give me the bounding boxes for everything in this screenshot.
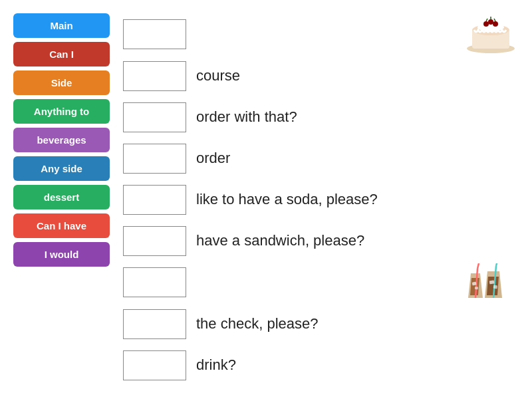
svg-rect-15 <box>493 285 497 289</box>
row-9: drink? <box>123 344 519 386</box>
input-row-8[interactable] <box>123 309 186 339</box>
svg-rect-11 <box>471 281 476 285</box>
svg-line-7 <box>486 19 487 21</box>
row-1 <box>123 13 519 55</box>
input-row-7[interactable] <box>123 267 186 297</box>
btn-can-i-have[interactable]: Can I have <box>13 213 110 238</box>
row-9-text: drink? <box>196 356 519 374</box>
sidebar: Main Can I Side Anything to beverages An… <box>13 13 110 386</box>
row-2: course <box>123 55 519 96</box>
input-row-5[interactable] <box>123 185 186 215</box>
btn-any-side[interactable]: Any side <box>13 156 110 181</box>
svg-point-6 <box>493 21 498 27</box>
btn-i-would[interactable]: I would <box>13 242 110 267</box>
input-row-4[interactable] <box>123 144 186 174</box>
input-row-9[interactable] <box>123 350 186 380</box>
btn-beverages[interactable]: beverages <box>13 128 110 152</box>
btn-anything-to[interactable]: Anything to <box>13 99 110 124</box>
row-6: have a sandwich, please? <box>123 220 519 261</box>
row-6-text: have a sandwich, please? <box>196 232 519 249</box>
row-7 <box>123 261 519 303</box>
svg-point-5 <box>488 19 493 25</box>
input-row-1[interactable] <box>123 19 186 49</box>
svg-point-4 <box>483 21 489 27</box>
svg-rect-14 <box>489 280 494 284</box>
svg-line-9 <box>494 19 495 21</box>
svg-rect-12 <box>474 286 477 289</box>
drinks-image <box>462 264 519 301</box>
input-row-6[interactable] <box>123 226 186 256</box>
svg-line-17 <box>496 263 497 266</box>
content-area: course order with that? order like to ha… <box>123 13 519 386</box>
btn-can-i[interactable]: Can I <box>13 42 110 66</box>
row-2-text: course <box>196 67 519 84</box>
row-5-text: like to have a soda, please? <box>196 191 519 208</box>
btn-dessert[interactable]: dessert <box>13 185 110 209</box>
row-4-text: order <box>196 150 519 167</box>
row-5: like to have a soda, please? <box>123 179 519 220</box>
main-container: Main Can I Side Anything to beverages An… <box>0 0 532 399</box>
btn-side[interactable]: Side <box>13 70 110 95</box>
row-8: the check, please? <box>123 303 519 344</box>
row-3-text: order with that? <box>196 108 519 126</box>
input-row-3[interactable] <box>123 102 186 132</box>
input-row-2[interactable] <box>123 61 186 91</box>
svg-line-16 <box>477 263 479 269</box>
row-3: order with that? <box>123 96 519 138</box>
cake-image <box>462 16 519 53</box>
row-8-text: the check, please? <box>196 315 519 332</box>
row-4: order <box>123 138 519 179</box>
btn-main[interactable]: Main <box>13 13 110 38</box>
